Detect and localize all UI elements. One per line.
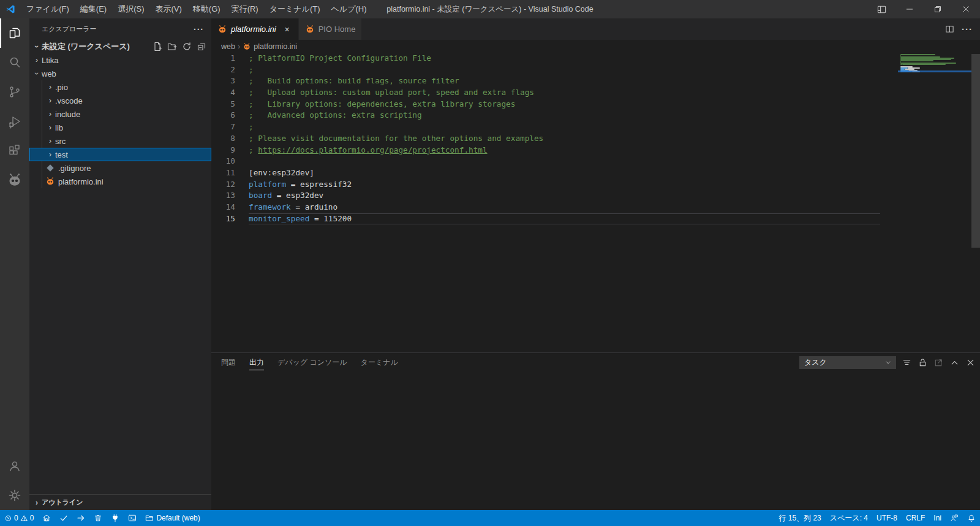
maximize-panel-icon[interactable] bbox=[950, 358, 959, 367]
breadcrumb-item-web[interactable]: web bbox=[221, 42, 235, 51]
folder-item-test[interactable]: ›test bbox=[29, 148, 211, 161]
source-control-icon bbox=[7, 85, 22, 99]
menu-bar: ファイル(F)編集(E)選択(S)表示(V)移動(G)実行(R)ターミナル(T)… bbox=[21, 0, 372, 18]
breadcrumb: web›platformio.ini bbox=[211, 40, 980, 53]
tab-label: platformio.ini bbox=[231, 25, 276, 34]
folder-item-src[interactable]: ›src bbox=[29, 134, 211, 148]
lock-scroll-icon[interactable] bbox=[918, 358, 927, 367]
activity-platformio[interactable] bbox=[0, 166, 29, 195]
folder-item-web[interactable]: ›web bbox=[29, 67, 211, 80]
line-number: 11 bbox=[211, 167, 235, 179]
activity-settings[interactable] bbox=[0, 481, 29, 510]
close-window-button[interactable] bbox=[952, 0, 980, 18]
workspace-actions bbox=[153, 42, 206, 51]
platformio-tab-icon bbox=[305, 25, 315, 34]
status-cursor-position[interactable]: 行 15、列 23 bbox=[774, 510, 825, 526]
status-bar: 00Default (web) 行 15、列 23スペース: 4UTF-8CRL… bbox=[0, 510, 980, 526]
refresh-explorer-icon[interactable] bbox=[182, 42, 192, 51]
line-number: 13 bbox=[211, 190, 235, 202]
explorer-more-actions-icon[interactable]: ··· bbox=[194, 25, 204, 34]
customize-layout-button[interactable] bbox=[867, 0, 895, 18]
close-panel-icon[interactable] bbox=[966, 358, 975, 367]
folder-item-Ltika[interactable]: ›Ltika bbox=[29, 53, 211, 67]
folder-item-include[interactable]: ›include bbox=[29, 107, 211, 121]
panel-tab-ターミナル[interactable]: ターミナル bbox=[361, 355, 398, 370]
code-line-14: 14framework = arduino bbox=[211, 202, 980, 213]
folder-item-lib[interactable]: ›lib bbox=[29, 121, 211, 134]
menu-item-ファイル[interactable]: ファイル(F) bbox=[21, 0, 75, 18]
status-pio-env-switcher[interactable]: Default (web) bbox=[141, 510, 204, 526]
open-in-editor-icon[interactable] bbox=[934, 358, 943, 367]
status-pio-home[interactable] bbox=[38, 510, 55, 526]
maximize-restore-button[interactable] bbox=[924, 0, 952, 18]
status-notifications[interactable] bbox=[963, 510, 980, 526]
output-panel-content[interactable] bbox=[211, 372, 980, 510]
code-lines: 1; PlatformIO Project Configuration File… bbox=[211, 53, 980, 224]
pio-home-icon bbox=[42, 514, 51, 522]
item-label: platformio.ini bbox=[58, 177, 104, 186]
activity-explorer[interactable] bbox=[0, 18, 29, 48]
activity-run-and-debug[interactable] bbox=[0, 107, 29, 136]
menu-item-ヘルプ[interactable]: ヘルプ(H) bbox=[326, 0, 372, 18]
activity-source-control[interactable] bbox=[0, 77, 29, 107]
code-line-15: 15monitor_speed = 115200 bbox=[211, 213, 980, 225]
new-file-icon[interactable] bbox=[153, 42, 162, 51]
panel-tab-出力[interactable]: 出力 bbox=[249, 355, 264, 370]
workspace-section-header[interactable]: › 未設定 (ワークスペース) bbox=[29, 40, 211, 53]
status-encoding[interactable]: UTF-8 bbox=[872, 510, 902, 526]
status-feedback[interactable] bbox=[946, 510, 963, 526]
panel-tab-デバッグ コンソール[interactable]: デバッグ コンソール bbox=[277, 355, 347, 370]
collapse-folders-icon[interactable] bbox=[197, 42, 206, 51]
folder-item-pio[interactable]: ›.pio bbox=[29, 80, 211, 94]
tab-pio-home[interactable]: PIO Home bbox=[299, 18, 363, 40]
status-pio-serial-monitor[interactable] bbox=[107, 510, 124, 526]
status-pio-clean[interactable] bbox=[89, 510, 107, 526]
activity-extensions[interactable] bbox=[0, 136, 29, 166]
status-eol[interactable]: CRLF bbox=[902, 510, 929, 526]
panel-tab-問題[interactable]: 問題 bbox=[221, 355, 236, 370]
menu-item-実行[interactable]: 実行(R) bbox=[226, 0, 264, 18]
menu-item-ターミナル[interactable]: ターミナル(T) bbox=[264, 0, 326, 18]
status-pio-upload[interactable] bbox=[72, 510, 89, 526]
line-content: board = esp32dev bbox=[235, 190, 323, 202]
line-number: 15 bbox=[211, 213, 235, 225]
status-pio-new-terminal[interactable] bbox=[124, 510, 141, 526]
line-content: ; Please visit documentation for the oth… bbox=[235, 133, 543, 145]
item-label: lib bbox=[55, 123, 63, 132]
split-editor-icon[interactable] bbox=[945, 25, 954, 34]
feedback-icon bbox=[950, 514, 959, 522]
activity-search[interactable] bbox=[0, 48, 29, 77]
activity-accounts[interactable] bbox=[0, 451, 29, 481]
folder-item-vscode[interactable]: ›.vscode bbox=[29, 94, 211, 107]
tab-platformio-ini[interactable]: platformio.ini× bbox=[211, 18, 299, 40]
file-item-gitignore[interactable]: .gitignore bbox=[29, 161, 211, 175]
clear-output-icon[interactable] bbox=[902, 358, 911, 367]
file-item-platformio.ini[interactable]: platformio.ini bbox=[29, 175, 211, 188]
menu-item-編集[interactable]: 編集(E) bbox=[75, 0, 112, 18]
window-controls bbox=[867, 0, 980, 18]
new-folder-icon[interactable] bbox=[167, 42, 177, 51]
status-pio-build[interactable] bbox=[55, 510, 72, 526]
editor-scrollbar[interactable] bbox=[971, 54, 980, 248]
breadcrumb-label: platformio.ini bbox=[254, 42, 297, 51]
outline-section[interactable]: › アウトライン bbox=[29, 494, 211, 510]
menu-item-表示[interactable]: 表示(V) bbox=[150, 0, 187, 18]
code-editor[interactable]: 1; PlatformIO Project Configuration File… bbox=[211, 53, 980, 353]
minimize-button[interactable] bbox=[895, 0, 924, 18]
status-problems[interactable]: 00 bbox=[0, 510, 38, 526]
menu-item-移動[interactable]: 移動(G) bbox=[187, 0, 226, 18]
status-language-mode[interactable]: Ini bbox=[929, 510, 946, 526]
platformio-file-icon bbox=[45, 177, 55, 186]
pio-clean-icon bbox=[94, 514, 102, 522]
output-channel-dropdown[interactable]: タスク bbox=[799, 356, 896, 369]
line-content: ; https://docs.platformio.org/page/proje… bbox=[235, 145, 488, 156]
breadcrumb-item-platformio.ini[interactable]: platformio.ini bbox=[243, 42, 297, 51]
close-tab-icon[interactable]: × bbox=[282, 25, 292, 34]
line-content: ; bbox=[235, 121, 254, 133]
menu-item-選択[interactable]: 選択(S) bbox=[112, 0, 149, 18]
line-number: 4 bbox=[211, 87, 235, 99]
editor-more-actions-icon[interactable]: ··· bbox=[962, 24, 973, 34]
status-indentation[interactable]: スペース: 4 bbox=[826, 510, 872, 526]
code-line-9: 9; https://docs.platformio.org/page/proj… bbox=[211, 145, 980, 156]
minimap[interactable] bbox=[898, 53, 971, 353]
